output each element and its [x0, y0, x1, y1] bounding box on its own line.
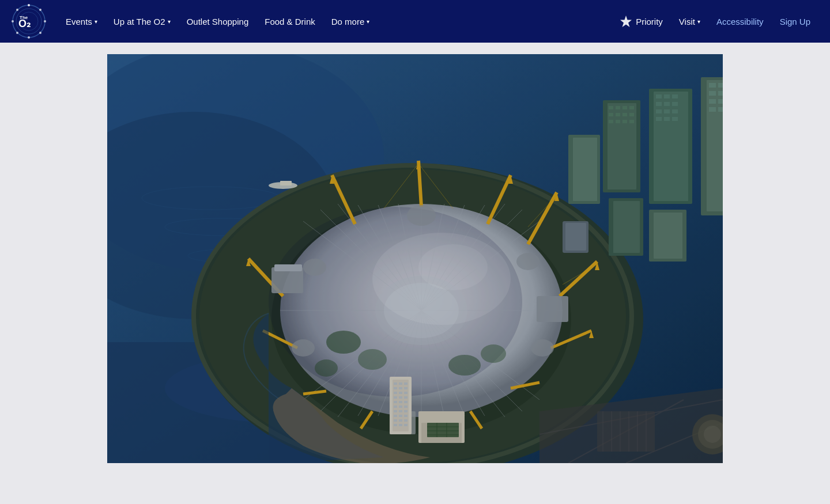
svg-point-8 — [16, 32, 18, 34]
svg-point-197 — [418, 244, 488, 290]
nav-item-visit[interactable]: Visit ▾ — [671, 0, 708, 43]
nav-item-food-drink[interactable]: Food & Drink — [256, 0, 323, 43]
main-nav: Events ▾ Up at The O2 ▾ Outlet Shopping … — [58, 0, 612, 43]
chevron-down-icon: ▾ — [367, 18, 369, 25]
nav-item-accessibility[interactable]: Accessibility — [708, 0, 772, 43]
nav-item-signup[interactable]: Sign Up — [772, 0, 818, 43]
hero-image — [107, 54, 723, 463]
svg-point-5 — [44, 20, 46, 22]
nav-item-outlet-shopping[interactable]: Outlet Shopping — [179, 0, 257, 43]
svg-point-4 — [39, 9, 42, 11]
nav-item-up-at-the-o2[interactable]: Up at The O2 ▾ — [105, 0, 179, 43]
nav-item-priority[interactable]: Priority — [612, 0, 671, 43]
chevron-down-icon: ▾ — [697, 18, 700, 25]
chevron-down-icon: ▾ — [95, 18, 97, 25]
o2-aerial-illustration — [107, 54, 723, 463]
nav-item-events[interactable]: Events ▾ — [58, 0, 105, 43]
priority-icon — [620, 15, 632, 28]
svg-point-10 — [16, 9, 18, 11]
main-content — [0, 43, 830, 504]
site-header: The O₂ Events ▾ Up at The O2 ▾ Outlet Sh… — [0, 0, 830, 43]
svg-point-9 — [12, 20, 14, 22]
svg-marker-13 — [620, 16, 632, 27]
nav-right: Priority Visit ▾ Accessibility Sign Up — [612, 0, 818, 43]
svg-point-6 — [39, 32, 42, 34]
svg-point-7 — [28, 36, 30, 39]
nav-item-do-more[interactable]: Do more ▾ — [323, 0, 378, 43]
site-logo[interactable]: The O₂ — [12, 4, 46, 39]
svg-point-3 — [28, 4, 30, 6]
svg-text:O₂: O₂ — [18, 18, 31, 29]
chevron-down-icon: ▾ — [168, 18, 171, 25]
